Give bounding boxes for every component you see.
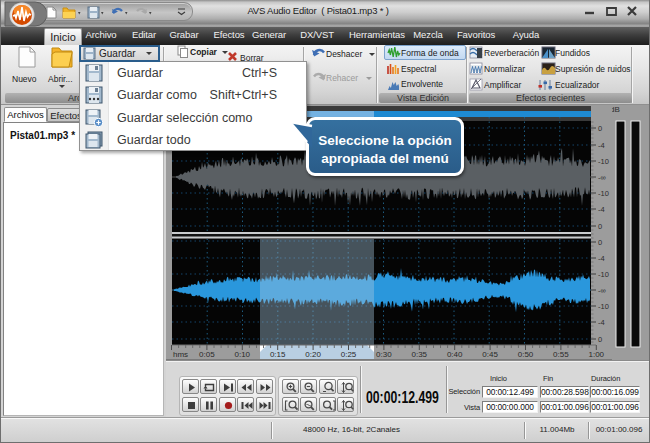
svg-text:1:00: 1:00 [589, 350, 605, 359]
svg-text:0:15: 0:15 [270, 350, 286, 359]
svg-text:0:05: 0:05 [199, 350, 215, 359]
svg-text:-4: -4 [598, 318, 605, 327]
svg-text:-10: -10 [598, 157, 609, 166]
svg-text:-4: -4 [598, 141, 605, 150]
svg-text:0:25: 0:25 [341, 350, 357, 359]
svg-text:-∞: -∞ [598, 173, 606, 182]
svg-text:-4: -4 [598, 254, 605, 263]
svg-text:-10: -10 [598, 189, 609, 198]
svg-text:0: 0 [598, 238, 602, 247]
svg-text:0: 0 [598, 335, 602, 344]
svg-text:dB: dB [612, 105, 620, 114]
svg-text:0: 0 [598, 222, 602, 231]
svg-text:0:45: 0:45 [482, 350, 498, 359]
svg-text:0:40: 0:40 [447, 350, 463, 359]
svg-text:-10: -10 [598, 270, 609, 279]
svg-text:-∞: -∞ [598, 286, 606, 295]
svg-text:0:20: 0:20 [305, 350, 321, 359]
svg-text:0:35: 0:35 [412, 350, 428, 359]
svg-text:0: 0 [598, 124, 602, 133]
svg-text:0:50: 0:50 [518, 350, 534, 359]
svg-text:0:30: 0:30 [376, 350, 392, 359]
svg-text:-4: -4 [598, 205, 605, 214]
svg-text:0:55: 0:55 [553, 350, 569, 359]
svg-text:0:10: 0:10 [235, 350, 251, 359]
svg-text:-10: -10 [598, 302, 609, 311]
svg-text:hms: hms [173, 350, 188, 359]
